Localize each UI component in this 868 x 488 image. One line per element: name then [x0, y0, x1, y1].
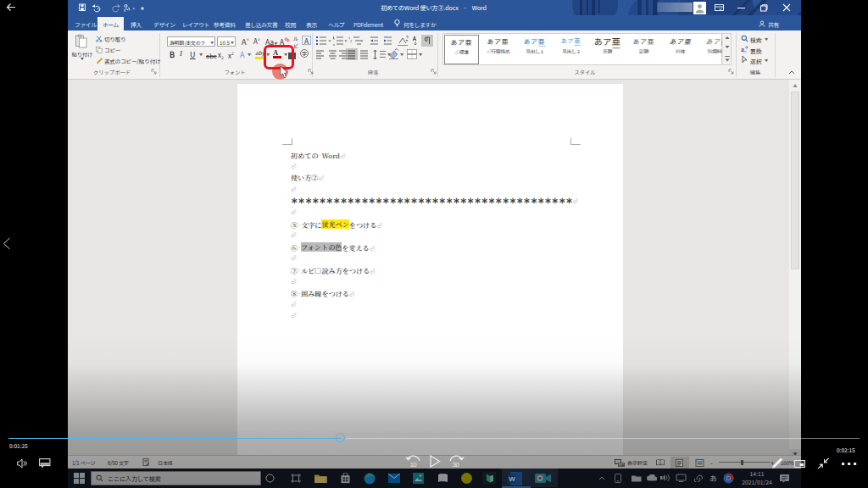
svg-text:a: a: [741, 46, 744, 53]
svg-text:A: A: [412, 36, 417, 42]
svg-text:2: 2: [350, 38, 353, 43]
